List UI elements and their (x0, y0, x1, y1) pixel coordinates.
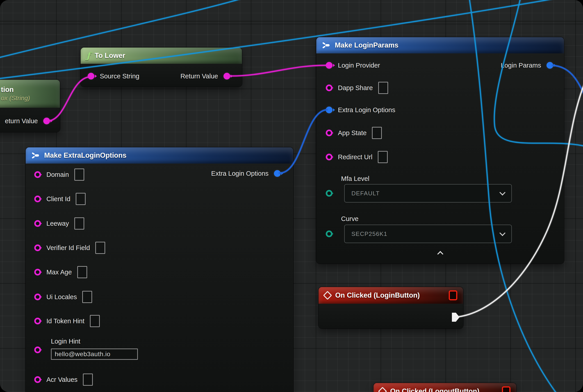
login-hint-label: Login Hint (51, 338, 80, 345)
input-pin-string[interactable] (34, 220, 41, 227)
collapse-node-button[interactable] (316, 250, 564, 256)
node-title: Make ExtraLoginOptions (44, 152, 126, 160)
pin-row-id-token-hint: Id Token Hint (34, 314, 100, 328)
pin-label: Acr Values (46, 376, 78, 384)
pin-row-extra-login-options-out: Extra Login Options (211, 167, 281, 180)
input-pin-string[interactable] (326, 84, 332, 91)
pin-value-field[interactable] (378, 82, 388, 94)
exec-output-pin[interactable] (452, 313, 460, 322)
pin-value-field[interactable] (77, 266, 87, 278)
input-pin-string[interactable] (326, 154, 332, 160)
node-make-login-params-header[interactable]: Make LoginParams (316, 37, 564, 54)
pin-label: Domain (46, 171, 69, 178)
node-on-clicked-login-button[interactable]: On Clicked (LoginButton) (318, 287, 463, 328)
pin-row-dapp-share: Dapp Share (326, 81, 388, 94)
node-partial-function[interactable]: tion ox (String) eturn Value (0, 80, 60, 132)
bound-event-icon (449, 290, 457, 300)
node-title: Make LoginParams (335, 41, 398, 49)
mfa-level-dropdown[interactable]: DEFAULT (344, 184, 512, 202)
output-pin-struct[interactable] (274, 170, 281, 177)
event-diamond-icon (323, 291, 332, 300)
node-partial-function-header[interactable]: tion ox (String) (0, 80, 60, 108)
input-pin-string[interactable] (34, 269, 41, 276)
pin-value-field[interactable] (76, 193, 86, 205)
pin-value-field[interactable] (74, 218, 84, 230)
pin-label: Dapp Share (338, 84, 373, 92)
pin-value-field[interactable] (95, 242, 105, 254)
input-pin-string[interactable] (34, 244, 41, 251)
chevron-down-icon (500, 230, 506, 236)
pin-value-field[interactable] (90, 315, 100, 327)
node-to-lower[interactable]: ƒ To Lower Source String Return Value (81, 48, 242, 87)
input-pin-string[interactable] (88, 73, 94, 80)
make-struct-icon (322, 42, 330, 49)
pin-row-app-state: App State (326, 126, 382, 140)
pin-row-extra-login-options: Extra Login Options (326, 103, 395, 117)
input-pin-string[interactable] (34, 318, 41, 324)
pin-label: Login Provider (338, 62, 380, 69)
pin-label: Max Age (46, 268, 72, 276)
dropdown-value: SECP256K1 (352, 230, 387, 238)
pin-label: Login Params (501, 62, 541, 69)
input-pin-enum[interactable] (326, 190, 332, 197)
pin-row-redirect-url: Redirect Url (326, 150, 388, 164)
function-icon: ƒ (86, 51, 90, 60)
pin-label: Redirect Url (338, 154, 372, 161)
node-title: On Clicked (LogoutButton) (390, 387, 480, 392)
pin-label: eturn Value (5, 117, 38, 125)
pin-row-acr-values: Acr Values (34, 373, 93, 386)
mfa-level-label: Mfa Level (341, 175, 370, 182)
pin-value-field[interactable] (372, 127, 382, 139)
pin-value-field[interactable] (82, 291, 92, 303)
output-pin-string[interactable] (224, 73, 230, 80)
bound-event-icon (502, 386, 510, 392)
pin-value-field[interactable] (74, 168, 84, 181)
pin-label: Leeway (46, 220, 69, 227)
node-make-extra-header[interactable]: Make ExtraLoginOptions (26, 147, 293, 164)
input-pin-string[interactable] (326, 130, 332, 136)
pin-label: App State (338, 129, 366, 137)
input-pin-string[interactable] (34, 171, 41, 178)
node-make-extra-login-options[interactable]: Make ExtraLoginOptions Extra Login Optio… (26, 147, 293, 392)
node-on-clicked-login-header[interactable]: On Clicked (LoginButton) (318, 287, 463, 304)
pin-row-login-provider: Login Provider (326, 58, 380, 72)
node-on-clicked-logout-header[interactable]: On Clicked (LogoutButton) (374, 383, 516, 392)
node-to-lower-header[interactable]: ƒ To Lower (81, 48, 242, 64)
login-hint-input[interactable] (51, 348, 138, 360)
node-title: On Clicked (LoginButton) (335, 291, 420, 300)
node-on-clicked-logout-button[interactable]: On Clicked (LogoutButton) (374, 383, 516, 392)
node-subtitle: ox (String) (1, 94, 30, 102)
chevron-up-icon (437, 251, 443, 257)
input-pin-string[interactable] (34, 346, 41, 353)
node-make-login-params[interactable]: Make LoginParams Login Provider Login Pa… (316, 37, 564, 264)
input-pin-enum[interactable] (326, 230, 332, 237)
chevron-down-icon (500, 190, 506, 196)
curve-dropdown[interactable]: SECP256K1 (344, 224, 512, 243)
pin-row-source-string: Source String (88, 70, 140, 83)
pin-row-verifier-id-field: Verifier Id Field (34, 241, 105, 254)
node-title: tion (1, 86, 14, 94)
pin-label: Ui Locales (46, 293, 77, 301)
output-pin-string[interactable] (43, 118, 50, 124)
input-pin-struct[interactable] (326, 106, 332, 113)
make-struct-icon (32, 152, 40, 159)
pin-row-client-id: Client Id (34, 192, 86, 206)
pin-label: Client Id (46, 195, 70, 203)
input-pin-string[interactable] (34, 294, 41, 300)
pin-row-leeway: Leeway (34, 217, 84, 230)
pin-row-max-age: Max Age (34, 266, 87, 279)
output-pin-struct[interactable] (546, 62, 553, 69)
input-pin-string[interactable] (34, 376, 41, 383)
event-diamond-icon (378, 387, 387, 392)
pin-value-field[interactable] (83, 374, 93, 386)
pin-value-field[interactable] (378, 151, 388, 163)
node-title: To Lower (94, 52, 125, 60)
blueprint-graph-canvas[interactable]: tion ox (String) eturn Value ƒ To Lower … (0, 0, 583, 392)
pin-row-domain: Domain (34, 168, 84, 181)
dropdown-value: DEFAULT (352, 190, 380, 197)
input-pin-string[interactable] (34, 196, 41, 202)
curve-label: Curve (341, 215, 358, 222)
input-pin-string[interactable] (326, 62, 332, 69)
pin-row-return-value: Return Value (180, 70, 230, 83)
pin-row-login-params-out: Login Params (501, 58, 553, 72)
